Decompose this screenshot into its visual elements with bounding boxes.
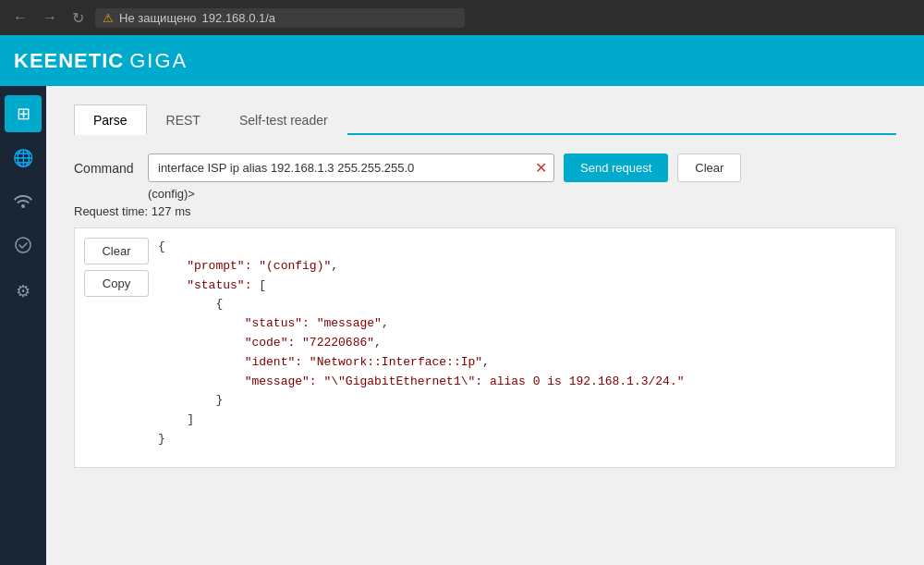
request-time: Request time: 127 ms	[74, 204, 896, 218]
clear-response-button[interactable]: Clear	[84, 238, 149, 264]
logo-brand: KEENETIC	[14, 49, 124, 73]
tab-parse[interactable]: Parse	[74, 104, 147, 135]
wifi-icon	[14, 193, 32, 213]
security-warning-icon: ⚠	[103, 11, 114, 25]
request-time-label: Request time:	[74, 204, 148, 218]
main-content: Parse REST Self-test reader Command ✕ Se…	[46, 86, 924, 565]
back-button[interactable]: ←	[9, 7, 31, 28]
settings-icon: ⚙	[16, 281, 30, 301]
send-request-button[interactable]: Send request	[564, 154, 668, 182]
response-json: { "prompt": "(config)", "status": [ { "s…	[158, 238, 886, 458]
prompt-line: (config)>	[148, 187, 896, 201]
browser-chrome: ← → ↻ ⚠ Не защищено 192.168.0.1/a	[0, 0, 924, 35]
command-input[interactable]	[148, 154, 554, 182]
copy-response-button[interactable]: Copy	[84, 270, 149, 297]
sidebar: ⊞ 🌐 ⚙	[0, 86, 46, 565]
dashboard-icon: ⊞	[17, 104, 30, 124]
address-bar[interactable]: ⚠ Не защищено 192.168.0.1/a	[95, 8, 465, 28]
app-layout: ⊞ 🌐 ⚙	[0, 86, 924, 565]
security-icon	[15, 237, 31, 258]
tab-rest[interactable]: REST	[147, 104, 220, 135]
sidebar-item-internet[interactable]: 🌐	[5, 140, 42, 177]
sidebar-item-dashboard[interactable]: ⊞	[5, 95, 42, 132]
logo: KEENETIC GIGA	[14, 49, 188, 73]
tab-selftest[interactable]: Self-test reader	[220, 104, 347, 135]
command-row: Command ✕ Send request Clear	[74, 154, 896, 182]
response-buttons: Clear Copy	[84, 238, 149, 458]
sidebar-item-settings[interactable]: ⚙	[5, 273, 42, 310]
input-clear-icon-button[interactable]: ✕	[535, 161, 547, 176]
internet-icon: 🌐	[13, 148, 33, 168]
sidebar-item-security[interactable]	[5, 228, 42, 265]
logo-model: GIGA	[129, 49, 188, 73]
url-warning-text: Не защищено	[119, 11, 197, 25]
url-text: 192.168.0.1/a	[202, 11, 276, 25]
request-time-value: 127 ms	[152, 204, 191, 218]
svg-point-0	[16, 238, 30, 252]
sidebar-item-wifi[interactable]	[5, 184, 42, 221]
command-label: Command	[74, 161, 139, 176]
forward-button[interactable]: →	[39, 7, 61, 28]
tabs: Parse REST Self-test reader	[74, 104, 896, 135]
top-nav: KEENETIC GIGA	[0, 35, 924, 86]
reload-button[interactable]: ↻	[68, 7, 88, 29]
command-input-wrap: ✕	[148, 154, 554, 182]
clear-top-button[interactable]: Clear	[677, 154, 741, 182]
response-area: Clear Copy { "prompt": "(config)", "stat…	[74, 227, 896, 468]
